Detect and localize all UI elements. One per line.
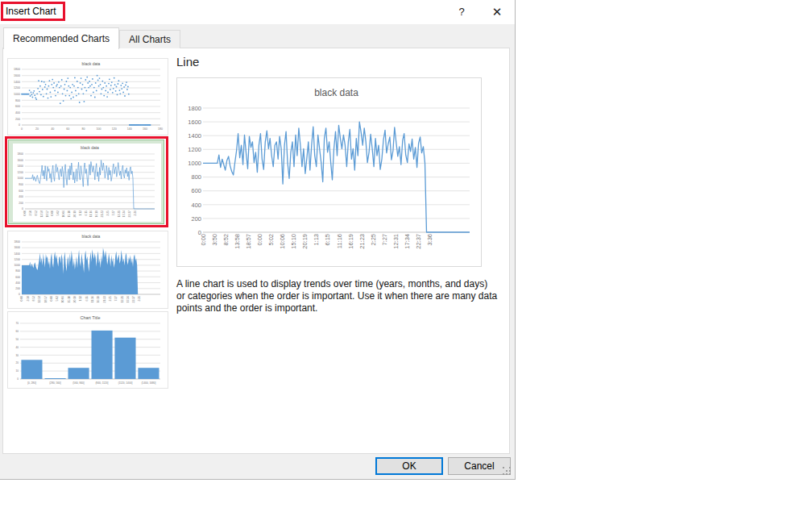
svg-text:60: 60	[15, 330, 19, 333]
svg-text:8:52: 8:52	[32, 296, 35, 302]
svg-text:400: 400	[191, 202, 201, 209]
svg-text:100: 100	[97, 127, 102, 131]
svg-text:0: 0	[19, 123, 20, 127]
svg-text:18:57: 18:57	[245, 234, 252, 249]
svg-text:[0, 280]: [0, 280]	[27, 381, 36, 385]
svg-text:0:00: 0:00	[20, 296, 23, 302]
svg-text:(560, 840]: (560, 840]	[72, 381, 84, 385]
svg-text:(840, 1120]: (840, 1120]	[96, 381, 109, 385]
svg-text:1800: 1800	[14, 68, 20, 71]
tab-strip: Recommended Charts All Charts	[3, 27, 180, 48]
svg-text:13:58: 13:58	[40, 210, 44, 218]
svg-text:18:57: 18:57	[44, 296, 48, 303]
dialog-content: 020040060080010001200140016001800black d…	[2, 48, 510, 454]
svg-text:800: 800	[191, 173, 201, 181]
svg-text:16:19: 16:19	[347, 234, 354, 249]
chart-type-heading: Line	[176, 55, 199, 69]
histogram-chart: 010203040506070Chart Title[0, 280](280, …	[9, 313, 167, 387]
svg-text:0: 0	[22, 207, 23, 210]
insert-chart-dialog: Insert Chart ? ✕ Recommended Charts All …	[0, 0, 516, 480]
resize-grip-icon[interactable]	[503, 467, 514, 478]
thumbnail-line-chart-selected[interactable]: 020040060080010001200140016001800black d…	[8, 139, 164, 224]
svg-text:7:27: 7:27	[381, 234, 388, 246]
svg-text:3:50: 3:50	[27, 296, 30, 302]
svg-text:140: 140	[127, 127, 132, 131]
svg-text:21:23: 21:23	[103, 296, 106, 303]
svg-text:1400: 1400	[17, 164, 23, 168]
svg-text:1200: 1200	[14, 86, 20, 90]
svg-text:20:19: 20:19	[73, 210, 77, 218]
svg-text:200: 200	[191, 215, 201, 223]
svg-text:120: 120	[112, 127, 117, 131]
svg-text:black data: black data	[81, 145, 99, 150]
svg-text:6:15: 6:15	[85, 296, 89, 302]
svg-text:40: 40	[51, 127, 54, 131]
svg-text:400: 400	[19, 195, 23, 198]
chart-description: A line chart is used to display trends o…	[176, 278, 499, 314]
svg-text:13:58: 13:58	[234, 234, 241, 249]
svg-text:(280, 560]: (280, 560]	[49, 381, 60, 385]
svg-text:15:10: 15:10	[68, 296, 71, 303]
svg-text:8:52: 8:52	[222, 234, 230, 246]
svg-text:5:02: 5:02	[267, 234, 275, 246]
svg-text:1400: 1400	[188, 132, 201, 139]
help-icon[interactable]: ?	[451, 4, 472, 20]
svg-text:21:23: 21:23	[101, 210, 104, 218]
svg-text:400: 400	[15, 281, 20, 285]
dialog-title: Insert Chart	[6, 6, 56, 17]
svg-text:7:27: 7:27	[114, 296, 118, 302]
svg-text:0: 0	[19, 293, 20, 296]
cancel-button[interactable]: Cancel	[448, 457, 511, 475]
svg-text:3:36: 3:36	[134, 210, 137, 216]
svg-text:8:52: 8:52	[35, 210, 38, 216]
svg-text:200: 200	[15, 287, 20, 290]
svg-text:1200: 1200	[188, 146, 201, 153]
svg-text:800: 800	[19, 183, 23, 186]
svg-text:12:31: 12:31	[121, 296, 124, 303]
svg-text:1800: 1800	[14, 240, 20, 244]
svg-text:13:58: 13:58	[38, 296, 41, 303]
svg-text:12:31: 12:31	[118, 210, 121, 218]
svg-text:1:13: 1:13	[313, 234, 320, 246]
svg-text:1000: 1000	[188, 160, 201, 167]
svg-text:black data: black data	[82, 234, 101, 239]
svg-text:2:25: 2:25	[109, 296, 112, 302]
svg-text:15:10: 15:10	[68, 210, 71, 218]
svg-text:30: 30	[15, 354, 19, 357]
line-chart-preview-panel: 020040060080010001200140016001800black d…	[176, 77, 482, 267]
ok-button[interactable]: OK	[375, 457, 443, 475]
svg-text:15:10: 15:10	[290, 234, 297, 249]
svg-text:10:06: 10:06	[279, 234, 286, 249]
svg-text:0:00: 0:00	[51, 210, 54, 216]
svg-text:1800: 1800	[188, 105, 201, 112]
svg-text:800: 800	[15, 99, 20, 102]
svg-text:1600: 1600	[17, 159, 23, 162]
svg-text:1400: 1400	[14, 252, 20, 256]
thumbnail-histogram-chart[interactable]: 010203040506070Chart Title[0, 280](280, …	[7, 311, 168, 389]
tab-recommended-charts[interactable]: Recommended Charts	[3, 27, 119, 49]
svg-text:0:00: 0:00	[200, 234, 207, 246]
svg-text:21:23: 21:23	[358, 234, 366, 249]
svg-text:(1400, 1680]: (1400, 1680]	[142, 381, 156, 385]
tab-all-charts[interactable]: All Charts	[119, 30, 180, 48]
svg-text:600: 600	[15, 276, 20, 279]
svg-text:(1120, 1400]: (1120, 1400]	[118, 381, 133, 385]
thumbnail-area-chart[interactable]: 020040060080010001200140016001800black d…	[7, 231, 168, 309]
svg-text:20: 20	[15, 361, 19, 364]
svg-text:5:02: 5:02	[56, 296, 59, 302]
thumbnail-scatter-chart[interactable]: 020040060080010001200140016001800black d…	[7, 58, 168, 135]
svg-text:600: 600	[19, 189, 23, 193]
svg-text:7:27: 7:27	[112, 210, 115, 216]
svg-text:1000: 1000	[14, 93, 20, 96]
area-chart: 020040060080010001200140016001800black d…	[9, 232, 167, 307]
svg-text:0:00: 0:00	[23, 210, 27, 216]
svg-text:1:13: 1:13	[79, 296, 82, 302]
svg-text:black data: black data	[314, 87, 358, 98]
dialog-titlebar: Insert Chart ? ✕	[0, 0, 515, 24]
svg-text:1000: 1000	[17, 177, 23, 180]
close-icon[interactable]: ✕	[485, 3, 509, 21]
svg-text:50: 50	[15, 338, 19, 341]
svg-text:22:37: 22:37	[415, 234, 422, 249]
svg-text:1600: 1600	[14, 74, 20, 77]
line-chart-preview: 020040060080010001200140016001800black d…	[177, 78, 481, 266]
